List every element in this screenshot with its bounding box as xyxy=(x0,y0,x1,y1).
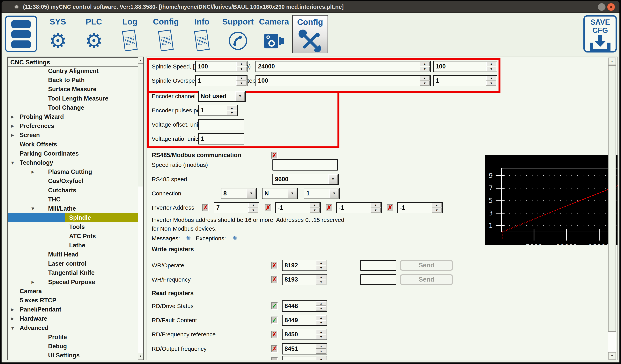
spindle-speed-min-spinbox[interactable]: 100 ▲▼ xyxy=(195,61,247,72)
sidebar-item-debug[interactable]: Debug xyxy=(8,342,138,351)
tab-plc[interactable]: PLC⚙ xyxy=(76,15,112,53)
collapsed-arrow-icon[interactable]: ▸ xyxy=(11,314,14,323)
sidebar-item-tool-length-measure[interactable]: Tool Length Measure xyxy=(8,94,138,103)
sidebar-item-cutcharts[interactable]: Cutcharts xyxy=(8,186,138,195)
rd-output-frequency-spinbox[interactable]: 8451 ▲▼ xyxy=(282,343,327,354)
sidebar-item-back-to-path[interactable]: Back to Path xyxy=(8,76,138,85)
spindle-overspeed-max-spinbox[interactable]: 100 ▲▼ xyxy=(256,75,431,86)
main-menu-button[interactable] xyxy=(5,16,37,52)
inverter-address-checkbox-4[interactable]: ✗ xyxy=(387,204,393,211)
rs485-speed-dropdown[interactable]: 9600 ▼ xyxy=(273,174,339,185)
chevron-down-icon[interactable]: ▼ xyxy=(235,91,245,101)
wr-frequency-send-button[interactable]: Send xyxy=(400,274,453,285)
tab-config-active[interactable]: Config xyxy=(292,15,328,53)
tab-log[interactable]: Log xyxy=(112,15,148,53)
spin-down-button[interactable]: ▼ xyxy=(236,67,246,71)
collapsed-arrow-icon[interactable]: ▸ xyxy=(11,121,14,130)
tab-support[interactable]: Support xyxy=(220,15,256,53)
tab-info[interactable]: Info xyxy=(184,15,220,53)
sidebar-item-tools[interactable]: Tools xyxy=(8,222,138,231)
spindle-overspeed-step-spinbox[interactable]: 1 ▲▼ xyxy=(433,75,497,86)
wr-operate-spinbox[interactable]: 8192 ▲▼ xyxy=(282,260,327,271)
sidebar-item-technology[interactable]: ▾Technology xyxy=(8,158,138,167)
rs485-checkbox[interactable]: ✗ xyxy=(271,152,278,159)
inverter-address-checkbox-3[interactable]: ✗ xyxy=(326,204,332,211)
sidebar-item-camera[interactable]: Camera xyxy=(8,287,138,296)
tab-camera[interactable]: Camera xyxy=(256,15,292,53)
connection-databits-dropdown[interactable]: 8 ▼ xyxy=(221,188,257,199)
expanded-arrow-icon[interactable]: ▾ xyxy=(11,158,14,167)
tab-sys[interactable]: SYS⚙ xyxy=(40,15,76,53)
sidebar-item-work-offsets[interactable]: Work Offsets xyxy=(8,140,138,149)
chevron-down-icon[interactable]: ▼ xyxy=(328,174,338,184)
collapsed-arrow-icon[interactable]: ▸ xyxy=(32,277,34,287)
rd-frequency-reference-checkbox[interactable]: ✗ xyxy=(271,331,278,338)
collapsed-arrow-icon[interactable]: ▸ xyxy=(11,112,14,121)
inverter-address-checkbox-1[interactable]: ✗ xyxy=(202,204,209,211)
wr-frequency-checkbox[interactable]: ✗ xyxy=(271,276,278,283)
sidebar-item-gantry-alignment[interactable]: Gantry Alignment xyxy=(8,66,138,76)
sidebar-item-tool-change[interactable]: Tool Change xyxy=(8,103,138,112)
sidebar-item-mill-lathe[interactable]: ▾Mill/Lathe xyxy=(8,204,138,213)
sidebar-scroll-down-button[interactable]: ▼ xyxy=(138,353,143,360)
sidebar-item-surface-measure[interactable]: Surface Measure xyxy=(8,85,138,94)
spindle-overspeed-min-spinbox[interactable]: 1 ▲▼ xyxy=(195,75,247,86)
main-scroll-groove[interactable] xyxy=(608,332,616,352)
sidebar-item-profile[interactable]: Profile xyxy=(8,332,138,342)
sidebar-item-5-axes-rtcp[interactable]: 5 axes RTCP xyxy=(8,296,138,305)
collapsed-arrow-icon[interactable]: ▸ xyxy=(11,130,14,140)
save-cfg-button[interactable]: SAVE CFG xyxy=(583,15,617,52)
sidebar-item-screen[interactable]: ▸Screen xyxy=(8,130,138,140)
sidebar-item-parking-coordinates[interactable]: Parking Coordinates xyxy=(8,149,138,158)
voltage-offset-input[interactable] xyxy=(198,119,244,130)
wr-frequency-value-input[interactable] xyxy=(360,274,396,285)
minimize-button[interactable]: - xyxy=(598,3,606,11)
wr-operate-send-button[interactable]: Send xyxy=(400,260,453,271)
rd-drive-status-spinbox[interactable]: 8448 ▲▼ xyxy=(282,301,327,312)
close-button[interactable]: x xyxy=(607,3,615,11)
connection-parity-dropdown[interactable]: N ▼ xyxy=(262,188,298,199)
connection-stopbits-dropdown[interactable]: 1 ▼ xyxy=(304,188,340,199)
sidebar-item-advanced[interactable]: ▾Advanced xyxy=(8,323,138,332)
sidebar-item-multi-head[interactable]: Multi Head xyxy=(8,250,138,259)
sidebar-item-preferences[interactable]: ▸Preferences xyxy=(8,121,138,130)
encoder-ppr-spinbox[interactable]: 1 ▲▼ xyxy=(198,105,238,116)
collapsed-arrow-icon[interactable]: ▸ xyxy=(32,167,34,176)
sidebar-item-atc-pots[interactable]: ATC Pots xyxy=(8,232,138,241)
wr-frequency-spinbox[interactable]: 8193 ▲▼ xyxy=(282,274,327,285)
spindle-speed-max-spinbox[interactable]: 24000 ▲▼ xyxy=(256,61,431,72)
inverter-address-spinbox-2[interactable]: -1 ▲▼ xyxy=(275,202,321,213)
sidebar-item-lathe[interactable]: Lathe xyxy=(8,241,138,250)
sidebar-item-panel-pendant[interactable]: ▸Panel/Pendant xyxy=(8,305,138,314)
sidebar-item-special-purpose[interactable]: ▸Special Purpose xyxy=(8,277,138,287)
encoder-channel-dropdown[interactable]: Not used ▼ xyxy=(198,91,246,102)
sidebar-item-probing-wizard[interactable]: ▸Probing Wizard xyxy=(8,112,138,121)
inverter-address-spinbox-4[interactable]: -1 ▲▼ xyxy=(397,202,443,213)
sidebar-scroll-up-button[interactable]: ▲ xyxy=(138,57,143,63)
inverter-address-checkbox-2[interactable]: ✗ xyxy=(265,204,272,211)
sidebar-item-ui-settings[interactable]: UI Settings xyxy=(8,351,138,360)
voltage-ratio-input[interactable]: 1 xyxy=(198,133,244,144)
rd-fault-content-checkbox[interactable]: ✓ xyxy=(271,317,278,324)
speed-ratio-input[interactable] xyxy=(273,159,338,171)
expanded-arrow-icon[interactable]: ▾ xyxy=(11,323,14,332)
rd-partial-spinbox[interactable]: ▲ xyxy=(282,356,327,360)
wr-operate-checkbox[interactable]: ✗ xyxy=(271,262,278,269)
tab-config[interactable]: Config xyxy=(148,15,184,53)
main-scroll-thumb[interactable] xyxy=(608,65,616,332)
collapsed-arrow-icon[interactable]: ▸ xyxy=(11,305,14,314)
spindle-speed-step-spinbox[interactable]: 100 ▲▼ xyxy=(433,61,497,72)
sidebar-item-thc[interactable]: THC xyxy=(8,195,138,204)
rd-fault-content-spinbox[interactable]: 8449 ▲▼ xyxy=(282,315,327,326)
rd-frequency-reference-spinbox[interactable]: 8450 ▲▼ xyxy=(282,329,327,340)
rd-partial-checkbox[interactable] xyxy=(271,357,278,360)
rd-output-frequency-checkbox[interactable]: ✗ xyxy=(271,345,278,352)
sidebar-item-spindle[interactable]: Spindle xyxy=(8,213,138,222)
wr-operate-value-input[interactable] xyxy=(360,260,396,271)
sidebar-item-hardware[interactable]: ▸Hardware xyxy=(8,314,138,323)
sidebar-item-plasma-cutting[interactable]: ▸Plasma Cutting xyxy=(8,167,138,176)
sidebar-item-tangential-knife[interactable]: Tangential Knife xyxy=(8,268,138,277)
inverter-address-spinbox-3[interactable]: -1 ▲▼ xyxy=(336,202,382,213)
sidebar-scroll-thumb[interactable] xyxy=(138,64,143,186)
sidebar-item-gas-oxyfuel[interactable]: Gas/Oxyfuel xyxy=(8,176,138,186)
